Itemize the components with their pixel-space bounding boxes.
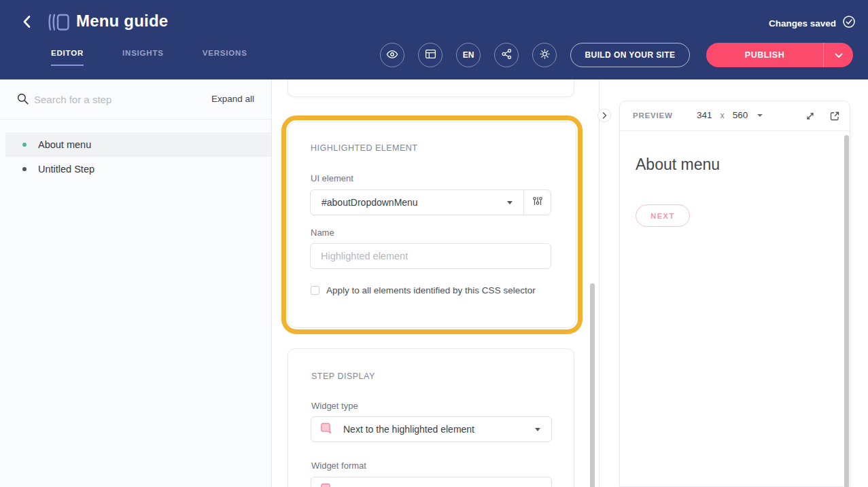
chevron-down-icon — [835, 49, 843, 61]
element-options-button[interactable] — [524, 190, 551, 215]
publish-button[interactable]: PUBLISH — [706, 43, 823, 67]
preview-next-button[interactable]: NEXT — [636, 204, 690, 227]
check-circle-icon — [842, 15, 856, 31]
ui-element-select[interactable]: #aboutDropdownMenu — [310, 190, 551, 215]
widget-type-select[interactable]: Next to the highlighted element — [311, 416, 552, 442]
apply-all-label: Apply to all elements identified by this… — [326, 285, 536, 295]
step-dot-icon — [22, 167, 27, 171]
viewport-height-value: 560 — [733, 110, 748, 120]
preview-step-title: About menu — [636, 156, 720, 174]
save-status-label: Changes saved — [769, 18, 836, 29]
viewport-size-separator: x — [721, 111, 725, 120]
publish-dropdown-button[interactable] — [823, 43, 853, 67]
collapse-preview-button[interactable] — [597, 109, 611, 122]
tooltip-bubble-icon — [319, 482, 333, 487]
section-title: HIGHLIGHTED ELEMENT — [311, 143, 417, 153]
widget-type-value: Next to the highlighted element — [343, 424, 474, 435]
page-title: Menu guide — [76, 12, 168, 31]
steps-sidebar: Expand all About menu Untitled Step — [0, 79, 272, 487]
caret-down-icon — [507, 201, 513, 204]
content-area: Expand all About menu Untitled Step HIGH… — [0, 79, 868, 487]
preview-scrollbar[interactable] — [844, 135, 849, 487]
open-preview-button[interactable] — [829, 111, 840, 124]
editor-tab-bar: EDITOR INSIGHTS VERSIONS — [51, 49, 247, 66]
guide-logo-icon — [46, 12, 71, 35]
back-button[interactable] — [18, 14, 35, 32]
chevron-right-icon — [602, 109, 607, 122]
step-editor-column: HIGHLIGHTED ELEMENT UI element #aboutDro… — [272, 79, 599, 487]
caret-down-icon — [535, 428, 540, 431]
app-screen: Menu guide Changes saved EDITOR INSIGHTS… — [0, 0, 868, 487]
highlighted-element-card-highlight-ring: HIGHLIGHTED ELEMENT UI element #aboutDro… — [281, 115, 583, 334]
language-button[interactable]: EN — [456, 43, 481, 67]
previous-settings-card — [288, 79, 574, 97]
panel-divider — [599, 79, 600, 487]
step-list: About menu Untitled Step — [0, 120, 271, 181]
gear-icon — [539, 48, 551, 62]
viewport-size-select[interactable]: 341 x 560 — [697, 110, 763, 120]
tab-editor[interactable]: EDITOR — [51, 49, 84, 66]
top-navbar: Menu guide Changes saved EDITOR INSIGHTS… — [0, 0, 868, 79]
caret-down-icon — [757, 114, 763, 117]
highlighted-element-card: HIGHLIGHTED ELEMENT UI element #aboutDro… — [288, 122, 576, 328]
tooltip-bubble-icon — [319, 422, 333, 437]
language-label: EN — [463, 50, 474, 60]
build-on-your-site-button[interactable]: BUILD ON YOUR SITE — [570, 43, 690, 67]
expand-all-link[interactable]: Expand all — [211, 94, 254, 104]
step-item-about-menu[interactable]: About menu — [5, 132, 271, 157]
editor-scrollbar[interactable] — [590, 283, 595, 487]
settings-button[interactable] — [532, 43, 557, 67]
section-title: STEP DISPLAY — [311, 372, 375, 381]
preview-title: PREVIEW — [633, 111, 673, 120]
preview-eye-button[interactable] — [380, 43, 404, 67]
widget-type-label: Widget type — [311, 401, 358, 411]
publish-split-button: PUBLISH — [706, 43, 853, 67]
step-dot-icon — [22, 143, 27, 147]
header-tool-buttons: EN — [380, 43, 557, 67]
name-input[interactable] — [310, 243, 551, 269]
step-item-untitled-step[interactable]: Untitled Step — [5, 157, 271, 181]
expand-arrows-icon — [805, 112, 816, 124]
step-display-card: STEP DISPLAY Widget type Next to the hig… — [288, 348, 574, 487]
apply-all-checkbox[interactable] — [311, 286, 319, 295]
ui-element-label: UI element — [311, 173, 353, 183]
step-item-label: Untitled Step — [38, 164, 94, 175]
share-icon — [501, 48, 513, 62]
widget-format-select[interactable] — [311, 477, 552, 487]
name-label: Name — [311, 228, 334, 238]
apply-all-row: Apply to all elements identified by this… — [311, 285, 536, 295]
expand-preview-button[interactable] — [805, 111, 816, 124]
chevron-left-icon — [22, 15, 31, 31]
tab-versions[interactable]: VERSIONS — [203, 49, 247, 66]
search-icon — [16, 92, 29, 108]
step-search-input[interactable] — [34, 90, 170, 109]
layout-icon — [425, 48, 436, 62]
step-item-label: About menu — [38, 139, 91, 150]
step-search-row: Expand all — [0, 79, 271, 120]
preview-header: PREVIEW 341 x 560 — [620, 101, 850, 131]
open-external-icon — [829, 112, 840, 124]
ui-element-value: #aboutDropdownMenu — [322, 197, 418, 208]
sliders-icon — [532, 196, 543, 209]
viewport-width-value: 341 — [697, 110, 712, 120]
widget-format-label: Widget format — [311, 461, 366, 471]
save-status: Changes saved — [769, 15, 856, 31]
preview-panel: PREVIEW 341 x 560 Abou — [619, 101, 850, 487]
tab-insights[interactable]: INSIGHTS — [122, 49, 164, 66]
layout-button[interactable] — [418, 43, 442, 67]
eye-icon — [386, 48, 398, 62]
share-button[interactable] — [494, 43, 519, 67]
